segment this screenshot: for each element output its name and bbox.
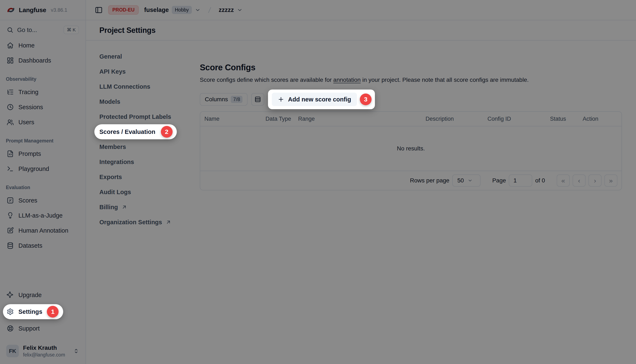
add-score-config-spotlight: Add new score config 3	[268, 90, 375, 109]
step-3-badge: 3	[360, 94, 372, 105]
app-root: Langfuse v3.86.1 Go to... ⌘ K Home Dashb…	[0, 0, 636, 364]
gear-icon	[7, 308, 14, 315]
step-2-badge: 2	[161, 126, 172, 138]
step-1-badge: 1	[47, 306, 58, 318]
sidebar-item-settings[interactable]: Settings 1	[3, 304, 63, 319]
settings-nav-label: Scores / Evaluation	[100, 128, 156, 135]
settings-nav-scores-evaluation[interactable]: Scores / Evaluation 2	[94, 124, 177, 139]
sidebar-item-label: Settings	[18, 308, 42, 315]
add-score-config-button[interactable]: Add new score config	[272, 93, 357, 106]
add-score-config-label: Add new score config	[288, 96, 351, 103]
plus-icon	[278, 96, 284, 103]
tour-overlay	[0, 0, 636, 364]
